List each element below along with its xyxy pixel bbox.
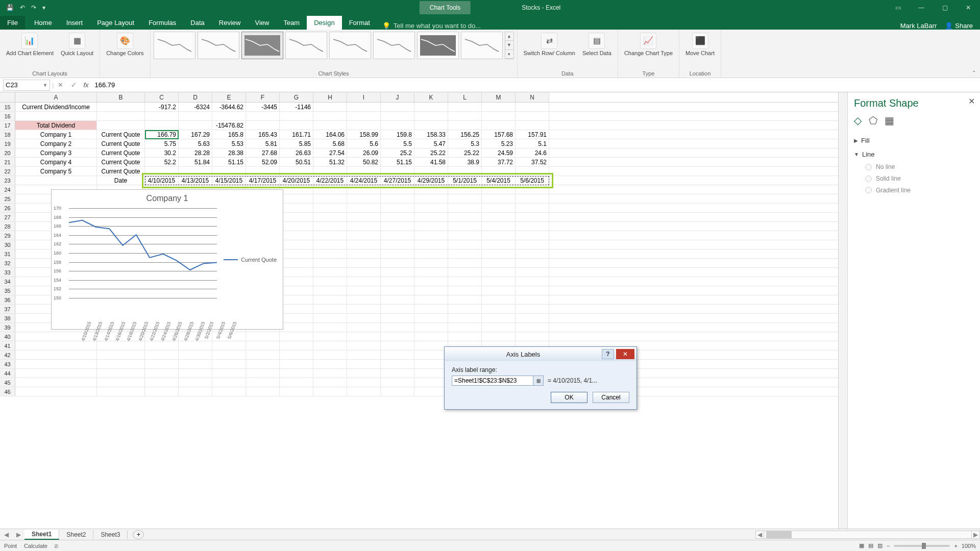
- cell-G40[interactable]: [280, 332, 313, 341]
- cell-H17[interactable]: [313, 121, 347, 130]
- cell-A45[interactable]: [15, 378, 97, 387]
- cell-K38[interactable]: [414, 314, 448, 322]
- cell-E21[interactable]: 51.15: [212, 158, 246, 166]
- cell-E43[interactable]: [212, 360, 246, 368]
- cell-I25[interactable]: [347, 194, 381, 203]
- cell-D19[interactable]: 5.63: [179, 139, 212, 148]
- cell-J27[interactable]: [381, 213, 414, 221]
- quick-layout-button[interactable]: ▦ Quick Layout: [58, 32, 96, 57]
- cell-J18[interactable]: 159.8: [381, 130, 414, 139]
- cell-K44[interactable]: [414, 369, 448, 378]
- cell-C23[interactable]: 4/10/2015: [145, 176, 179, 185]
- cell-E18[interactable]: 165.8: [212, 130, 246, 139]
- tab-formulas[interactable]: Formulas: [141, 16, 183, 30]
- cell-A43[interactable]: [15, 360, 97, 368]
- add-sheet-button[interactable]: +: [133, 530, 144, 539]
- cell-K28[interactable]: [414, 222, 448, 231]
- select-data-button[interactable]: ▤ Select Data: [579, 32, 615, 57]
- cell-N30[interactable]: [516, 240, 549, 249]
- cell-L16[interactable]: [448, 112, 482, 120]
- cell-F43[interactable]: [246, 360, 280, 368]
- cell-M39[interactable]: [482, 323, 516, 332]
- cell-I17[interactable]: [347, 121, 381, 130]
- row-header-25[interactable]: 25: [0, 194, 15, 203]
- cell-I27[interactable]: [347, 213, 381, 221]
- cell-B17[interactable]: [97, 121, 145, 130]
- cell-I21[interactable]: 50.82: [347, 158, 381, 166]
- cell-A15[interactable]: Current Dividend/Income: [15, 103, 97, 111]
- cell-H16[interactable]: [313, 112, 347, 120]
- cell-H46[interactable]: [313, 387, 347, 396]
- cell-L38[interactable]: [448, 314, 482, 322]
- col-F[interactable]: F: [246, 92, 280, 102]
- cell-G18[interactable]: 161.71: [280, 130, 313, 139]
- row-header-36[interactable]: 36: [0, 295, 15, 304]
- cell-G44[interactable]: [280, 369, 313, 378]
- col-E[interactable]: E: [212, 92, 246, 102]
- cell-I20[interactable]: 26.09: [347, 148, 381, 157]
- cell-M35[interactable]: [482, 286, 516, 295]
- cell-C46[interactable]: [145, 387, 179, 396]
- cell-D18[interactable]: 167.29: [179, 130, 212, 139]
- cell-G33[interactable]: [280, 268, 313, 277]
- cell-H28[interactable]: [313, 222, 347, 231]
- cell-B42[interactable]: [97, 350, 145, 359]
- cell-I37[interactable]: [347, 305, 381, 313]
- cell-H22[interactable]: [313, 167, 347, 176]
- cell-H34[interactable]: [313, 277, 347, 286]
- cell-A18[interactable]: Company 1: [15, 130, 97, 139]
- cell-I40[interactable]: [347, 332, 381, 341]
- row-header-27[interactable]: 27: [0, 213, 15, 221]
- cell-B44[interactable]: [97, 369, 145, 378]
- cell-N15[interactable]: [516, 103, 549, 111]
- cell-J35[interactable]: [381, 286, 414, 295]
- cell-E16[interactable]: [212, 112, 246, 120]
- cell-F40[interactable]: [246, 332, 280, 341]
- cell-M32[interactable]: [482, 259, 516, 267]
- axis-range-input[interactable]: [452, 376, 533, 385]
- cell-N20[interactable]: 24.6: [516, 148, 549, 157]
- cell-M17[interactable]: [482, 121, 516, 130]
- row-header-28[interactable]: 28: [0, 222, 15, 231]
- page-break-view-icon[interactable]: ▥: [877, 542, 883, 549]
- tab-page-layout[interactable]: Page Layout: [90, 16, 141, 30]
- cell-G41[interactable]: [280, 341, 313, 350]
- cell-N39[interactable]: [516, 323, 549, 332]
- share-button[interactable]: 👤 Share: [945, 22, 973, 30]
- cell-D21[interactable]: 51.84: [179, 158, 212, 166]
- col-G[interactable]: G: [280, 92, 313, 102]
- cell-K41[interactable]: [414, 341, 448, 350]
- cell-F15[interactable]: -3445: [246, 103, 280, 111]
- cell-C21[interactable]: 52.2: [145, 158, 179, 166]
- cell-H19[interactable]: 5.68: [313, 139, 347, 148]
- cell-N27[interactable]: [516, 213, 549, 221]
- tab-home[interactable]: Home: [27, 16, 59, 30]
- effects-icon[interactable]: ⬠: [869, 114, 877, 127]
- cell-J39[interactable]: [381, 323, 414, 332]
- cell-H18[interactable]: 164.06: [313, 130, 347, 139]
- cell-H41[interactable]: [313, 341, 347, 350]
- cell-E15[interactable]: -3644.62: [212, 103, 246, 111]
- fx-icon[interactable]: fx: [83, 81, 88, 89]
- cell-H43[interactable]: [313, 360, 347, 368]
- cell-G38[interactable]: [280, 314, 313, 322]
- add-chart-element-button[interactable]: 📊 Add Chart Element: [3, 32, 57, 57]
- cell-K30[interactable]: [414, 240, 448, 249]
- cell-M26[interactable]: [482, 204, 516, 212]
- cell-H42[interactable]: [313, 350, 347, 359]
- sheet-tab-3[interactable]: Sheet3: [93, 530, 128, 539]
- cell-J24[interactable]: [381, 185, 414, 194]
- horizontal-scrollbar[interactable]: ◀▶: [755, 531, 980, 539]
- cell-G35[interactable]: [280, 286, 313, 295]
- switch-row-column-button[interactable]: ⇄ Switch Row/ Column: [521, 32, 578, 57]
- cell-J37[interactable]: [381, 305, 414, 313]
- cell-J32[interactable]: [381, 259, 414, 267]
- cell-A46[interactable]: [15, 387, 97, 396]
- cell-J38[interactable]: [381, 314, 414, 322]
- chart-style-2[interactable]: [198, 32, 239, 59]
- cell-H35[interactable]: [313, 286, 347, 295]
- cell-I31[interactable]: [347, 249, 381, 258]
- cell-I32[interactable]: [347, 259, 381, 267]
- cell-B22[interactable]: Current Quote: [97, 167, 145, 176]
- chart-style-4[interactable]: [285, 32, 327, 59]
